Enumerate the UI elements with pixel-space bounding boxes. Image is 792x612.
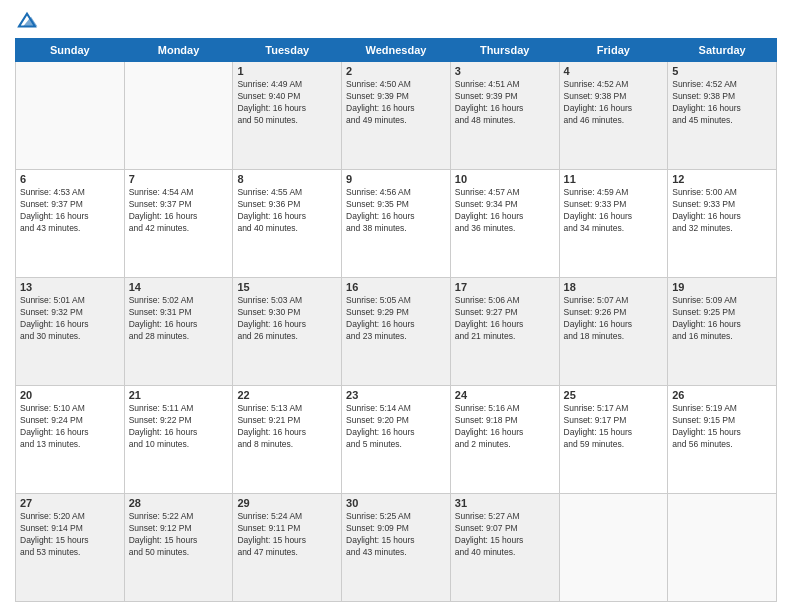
calendar-cell: 5Sunrise: 4:52 AM Sunset: 9:38 PM Daylig…: [668, 62, 777, 170]
day-number: 20: [20, 389, 120, 401]
day-number: 18: [564, 281, 664, 293]
logo: [15, 10, 43, 30]
day-number: 8: [237, 173, 337, 185]
calendar-cell: 7Sunrise: 4:54 AM Sunset: 9:37 PM Daylig…: [124, 170, 233, 278]
day-info: Sunrise: 5:19 AM Sunset: 9:15 PM Dayligh…: [672, 403, 772, 451]
logo-icon: [15, 10, 39, 30]
day-number: 19: [672, 281, 772, 293]
day-info: Sunrise: 5:09 AM Sunset: 9:25 PM Dayligh…: [672, 295, 772, 343]
week-row-1: 6Sunrise: 4:53 AM Sunset: 9:37 PM Daylig…: [16, 170, 777, 278]
day-number: 15: [237, 281, 337, 293]
day-info: Sunrise: 5:14 AM Sunset: 9:20 PM Dayligh…: [346, 403, 446, 451]
weekday-header-friday: Friday: [559, 39, 668, 62]
weekday-header-monday: Monday: [124, 39, 233, 62]
day-number: 14: [129, 281, 229, 293]
day-number: 13: [20, 281, 120, 293]
calendar-cell: 1Sunrise: 4:49 AM Sunset: 9:40 PM Daylig…: [233, 62, 342, 170]
day-number: 1: [237, 65, 337, 77]
calendar-cell: 10Sunrise: 4:57 AM Sunset: 9:34 PM Dayli…: [450, 170, 559, 278]
day-number: 11: [564, 173, 664, 185]
day-info: Sunrise: 4:57 AM Sunset: 9:34 PM Dayligh…: [455, 187, 555, 235]
calendar-cell: 15Sunrise: 5:03 AM Sunset: 9:30 PM Dayli…: [233, 278, 342, 386]
day-info: Sunrise: 4:54 AM Sunset: 9:37 PM Dayligh…: [129, 187, 229, 235]
day-info: Sunrise: 5:25 AM Sunset: 9:09 PM Dayligh…: [346, 511, 446, 559]
week-row-0: 1Sunrise: 4:49 AM Sunset: 9:40 PM Daylig…: [16, 62, 777, 170]
week-row-3: 20Sunrise: 5:10 AM Sunset: 9:24 PM Dayli…: [16, 386, 777, 494]
calendar-cell: 18Sunrise: 5:07 AM Sunset: 9:26 PM Dayli…: [559, 278, 668, 386]
day-info: Sunrise: 4:53 AM Sunset: 9:37 PM Dayligh…: [20, 187, 120, 235]
weekday-header-thursday: Thursday: [450, 39, 559, 62]
calendar-cell: 14Sunrise: 5:02 AM Sunset: 9:31 PM Dayli…: [124, 278, 233, 386]
calendar-cell: 22Sunrise: 5:13 AM Sunset: 9:21 PM Dayli…: [233, 386, 342, 494]
day-info: Sunrise: 4:51 AM Sunset: 9:39 PM Dayligh…: [455, 79, 555, 127]
header: [15, 10, 777, 30]
calendar-cell: 24Sunrise: 5:16 AM Sunset: 9:18 PM Dayli…: [450, 386, 559, 494]
calendar-cell: 16Sunrise: 5:05 AM Sunset: 9:29 PM Dayli…: [342, 278, 451, 386]
day-info: Sunrise: 5:00 AM Sunset: 9:33 PM Dayligh…: [672, 187, 772, 235]
day-info: Sunrise: 4:49 AM Sunset: 9:40 PM Dayligh…: [237, 79, 337, 127]
day-number: 24: [455, 389, 555, 401]
calendar-cell: 9Sunrise: 4:56 AM Sunset: 9:35 PM Daylig…: [342, 170, 451, 278]
calendar-cell: 23Sunrise: 5:14 AM Sunset: 9:20 PM Dayli…: [342, 386, 451, 494]
day-number: 12: [672, 173, 772, 185]
weekday-header-row: SundayMondayTuesdayWednesdayThursdayFrid…: [16, 39, 777, 62]
calendar-cell: 21Sunrise: 5:11 AM Sunset: 9:22 PM Dayli…: [124, 386, 233, 494]
day-info: Sunrise: 5:22 AM Sunset: 9:12 PM Dayligh…: [129, 511, 229, 559]
week-row-4: 27Sunrise: 5:20 AM Sunset: 9:14 PM Dayli…: [16, 494, 777, 602]
day-number: 6: [20, 173, 120, 185]
day-info: Sunrise: 4:52 AM Sunset: 9:38 PM Dayligh…: [564, 79, 664, 127]
day-number: 23: [346, 389, 446, 401]
day-info: Sunrise: 4:55 AM Sunset: 9:36 PM Dayligh…: [237, 187, 337, 235]
calendar-cell: 28Sunrise: 5:22 AM Sunset: 9:12 PM Dayli…: [124, 494, 233, 602]
day-number: 25: [564, 389, 664, 401]
day-number: 22: [237, 389, 337, 401]
calendar-cell: 11Sunrise: 4:59 AM Sunset: 9:33 PM Dayli…: [559, 170, 668, 278]
calendar-cell: [16, 62, 125, 170]
day-info: Sunrise: 4:50 AM Sunset: 9:39 PM Dayligh…: [346, 79, 446, 127]
day-info: Sunrise: 5:02 AM Sunset: 9:31 PM Dayligh…: [129, 295, 229, 343]
day-number: 29: [237, 497, 337, 509]
day-info: Sunrise: 5:11 AM Sunset: 9:22 PM Dayligh…: [129, 403, 229, 451]
day-number: 26: [672, 389, 772, 401]
day-number: 10: [455, 173, 555, 185]
calendar-cell: [559, 494, 668, 602]
weekday-header-saturday: Saturday: [668, 39, 777, 62]
day-number: 5: [672, 65, 772, 77]
calendar-cell: 26Sunrise: 5:19 AM Sunset: 9:15 PM Dayli…: [668, 386, 777, 494]
calendar-cell: 31Sunrise: 5:27 AM Sunset: 9:07 PM Dayli…: [450, 494, 559, 602]
day-number: 27: [20, 497, 120, 509]
calendar-cell: 6Sunrise: 4:53 AM Sunset: 9:37 PM Daylig…: [16, 170, 125, 278]
day-info: Sunrise: 5:13 AM Sunset: 9:21 PM Dayligh…: [237, 403, 337, 451]
calendar-cell: 13Sunrise: 5:01 AM Sunset: 9:32 PM Dayli…: [16, 278, 125, 386]
calendar-cell: 4Sunrise: 4:52 AM Sunset: 9:38 PM Daylig…: [559, 62, 668, 170]
calendar-cell: 19Sunrise: 5:09 AM Sunset: 9:25 PM Dayli…: [668, 278, 777, 386]
calendar-cell: 8Sunrise: 4:55 AM Sunset: 9:36 PM Daylig…: [233, 170, 342, 278]
day-info: Sunrise: 5:20 AM Sunset: 9:14 PM Dayligh…: [20, 511, 120, 559]
week-row-2: 13Sunrise: 5:01 AM Sunset: 9:32 PM Dayli…: [16, 278, 777, 386]
calendar-cell: 2Sunrise: 4:50 AM Sunset: 9:39 PM Daylig…: [342, 62, 451, 170]
day-info: Sunrise: 5:17 AM Sunset: 9:17 PM Dayligh…: [564, 403, 664, 451]
weekday-header-sunday: Sunday: [16, 39, 125, 62]
day-info: Sunrise: 5:27 AM Sunset: 9:07 PM Dayligh…: [455, 511, 555, 559]
day-number: 21: [129, 389, 229, 401]
calendar-cell: 20Sunrise: 5:10 AM Sunset: 9:24 PM Dayli…: [16, 386, 125, 494]
weekday-header-tuesday: Tuesday: [233, 39, 342, 62]
calendar-table: SundayMondayTuesdayWednesdayThursdayFrid…: [15, 38, 777, 602]
calendar-cell: 30Sunrise: 5:25 AM Sunset: 9:09 PM Dayli…: [342, 494, 451, 602]
day-info: Sunrise: 5:06 AM Sunset: 9:27 PM Dayligh…: [455, 295, 555, 343]
calendar-cell: [668, 494, 777, 602]
day-info: Sunrise: 4:56 AM Sunset: 9:35 PM Dayligh…: [346, 187, 446, 235]
day-info: Sunrise: 5:01 AM Sunset: 9:32 PM Dayligh…: [20, 295, 120, 343]
calendar-cell: 29Sunrise: 5:24 AM Sunset: 9:11 PM Dayli…: [233, 494, 342, 602]
calendar-cell: 12Sunrise: 5:00 AM Sunset: 9:33 PM Dayli…: [668, 170, 777, 278]
day-info: Sunrise: 5:10 AM Sunset: 9:24 PM Dayligh…: [20, 403, 120, 451]
page: SundayMondayTuesdayWednesdayThursdayFrid…: [0, 0, 792, 612]
day-number: 9: [346, 173, 446, 185]
day-number: 30: [346, 497, 446, 509]
day-info: Sunrise: 5:07 AM Sunset: 9:26 PM Dayligh…: [564, 295, 664, 343]
calendar-cell: 25Sunrise: 5:17 AM Sunset: 9:17 PM Dayli…: [559, 386, 668, 494]
day-info: Sunrise: 5:16 AM Sunset: 9:18 PM Dayligh…: [455, 403, 555, 451]
day-info: Sunrise: 4:52 AM Sunset: 9:38 PM Dayligh…: [672, 79, 772, 127]
day-number: 16: [346, 281, 446, 293]
day-number: 2: [346, 65, 446, 77]
